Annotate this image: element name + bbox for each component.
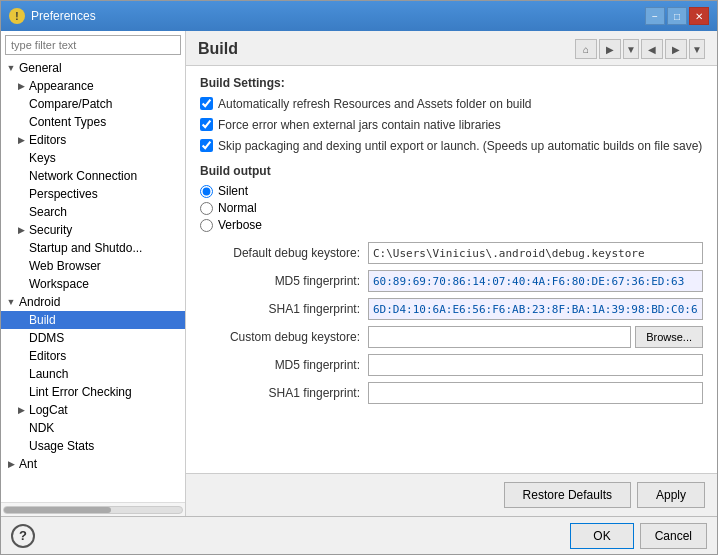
- custom-keystore-with-browse: Browse...: [368, 326, 703, 348]
- tree-item-web-browser[interactable]: Web Browser: [1, 257, 185, 275]
- build-output-section: Build output: [200, 164, 703, 178]
- expand-security: [15, 224, 27, 236]
- nav-back-button[interactable]: ◀: [641, 39, 663, 59]
- main-header: Build ⌂ ▶ ▼ ◀ ▶ ▼: [186, 31, 717, 66]
- tree-item-ant[interactable]: Ant: [1, 455, 185, 473]
- panel-title: Build: [198, 40, 238, 58]
- tree-area: General Appearance Compare/Patch Content…: [1, 59, 185, 502]
- checkbox-force-error[interactable]: [200, 118, 213, 131]
- radio-silent[interactable]: [200, 185, 213, 198]
- tree-item-launch[interactable]: Launch: [1, 365, 185, 383]
- radio-row-normal: Normal: [200, 201, 703, 215]
- bottom-bar: ? OK Cancel: [1, 516, 717, 554]
- label-custom-keystore: Custom debug keystore:: [200, 330, 360, 344]
- maximize-button[interactable]: □: [667, 7, 687, 25]
- main-content: Build Settings: Automatically refresh Re…: [186, 66, 717, 473]
- checkbox-force-error-label: Force error when external jars contain n…: [218, 117, 501, 134]
- tree-item-usage-stats[interactable]: Usage Stats: [1, 437, 185, 455]
- radio-normal-label: Normal: [218, 201, 257, 215]
- label-default-keystore: Default debug keystore:: [200, 246, 360, 260]
- filter-input[interactable]: [5, 35, 181, 55]
- close-button[interactable]: ✕: [689, 7, 709, 25]
- tree-item-workspace[interactable]: Workspace: [1, 275, 185, 293]
- tree-item-startup[interactable]: Startup and Shutdo...: [1, 239, 185, 257]
- expand-appearance: [15, 80, 27, 92]
- tree-item-logcat[interactable]: LogCat: [1, 401, 185, 419]
- apply-button[interactable]: Apply: [637, 482, 705, 508]
- checkbox-row-auto-refresh: Automatically refresh Resources and Asse…: [200, 96, 703, 113]
- tree-item-build[interactable]: Build: [1, 311, 185, 329]
- input-default-keystore[interactable]: [368, 242, 703, 264]
- window-title: Preferences: [31, 9, 96, 23]
- radio-row-verbose: Verbose: [200, 218, 703, 232]
- scrollbar-track: [3, 506, 183, 514]
- form-row-md5: MD5 fingerprint:: [200, 270, 703, 292]
- nav-next-button[interactable]: ▶: [665, 39, 687, 59]
- title-bar-left: ! Preferences: [9, 8, 96, 24]
- help-button[interactable]: ?: [11, 524, 35, 548]
- expand-logcat: [15, 404, 27, 416]
- input-md5-custom: [368, 354, 703, 376]
- form-row-sha1: SHA1 fingerprint:: [200, 298, 703, 320]
- main-panel: Build ⌂ ▶ ▼ ◀ ▶ ▼ Build Settings: Automa…: [186, 31, 717, 516]
- input-md5: [368, 270, 703, 292]
- label-md5-custom: MD5 fingerprint:: [200, 358, 360, 372]
- input-custom-keystore[interactable]: [368, 326, 631, 348]
- tree-item-editors-android[interactable]: Editors: [1, 347, 185, 365]
- form-row-sha1-custom: SHA1 fingerprint:: [200, 382, 703, 404]
- cancel-button[interactable]: Cancel: [640, 523, 707, 549]
- restore-defaults-button[interactable]: Restore Defaults: [504, 482, 631, 508]
- nav-home-button[interactable]: ⌂: [575, 39, 597, 59]
- checkbox-auto-refresh-label: Automatically refresh Resources and Asse…: [218, 96, 532, 113]
- browse-button[interactable]: Browse...: [635, 326, 703, 348]
- checkbox-skip-packaging[interactable]: [200, 139, 213, 152]
- tree-item-appearance[interactable]: Appearance: [1, 77, 185, 95]
- form-row-custom-keystore: Custom debug keystore: Browse...: [200, 326, 703, 348]
- radio-silent-label: Silent: [218, 184, 248, 198]
- tree-item-ddms[interactable]: DDMS: [1, 329, 185, 347]
- nav-dropdown-button[interactable]: ▼: [623, 39, 639, 59]
- tree-item-keys[interactable]: Keys: [1, 149, 185, 167]
- tree-item-content-types[interactable]: Content Types: [1, 113, 185, 131]
- label-md5: MD5 fingerprint:: [200, 274, 360, 288]
- expand-ant: [5, 458, 17, 470]
- content-area: General Appearance Compare/Patch Content…: [1, 31, 717, 516]
- tree-item-search[interactable]: Search: [1, 203, 185, 221]
- expand-android: [5, 296, 17, 308]
- ok-button[interactable]: OK: [570, 523, 633, 549]
- form-row-md5-custom: MD5 fingerprint:: [200, 354, 703, 376]
- tree-item-security[interactable]: Security: [1, 221, 185, 239]
- scrollbar-thumb: [4, 507, 111, 513]
- input-sha1: [368, 298, 703, 320]
- minimize-button[interactable]: −: [645, 7, 665, 25]
- tree-item-ndk[interactable]: NDK: [1, 419, 185, 437]
- sidebar: General Appearance Compare/Patch Content…: [1, 31, 186, 516]
- input-sha1-custom: [368, 382, 703, 404]
- build-settings-label: Build Settings:: [200, 76, 703, 90]
- checkbox-row-skip-packaging: Skip packaging and dexing until export o…: [200, 138, 703, 155]
- nav-next-dropdown-button[interactable]: ▼: [689, 39, 705, 59]
- tree-item-network[interactable]: Network Connection: [1, 167, 185, 185]
- checkbox-auto-refresh[interactable]: [200, 97, 213, 110]
- checkbox-row-force-error: Force error when external jars contain n…: [200, 117, 703, 134]
- expand-editors: [15, 134, 27, 146]
- tree-item-perspectives[interactable]: Perspectives: [1, 185, 185, 203]
- radio-verbose[interactable]: [200, 219, 213, 232]
- tree-item-general[interactable]: General: [1, 59, 185, 77]
- nav-buttons: ⌂ ▶ ▼ ◀ ▶ ▼: [575, 39, 705, 59]
- form-row-default-keystore: Default debug keystore:: [200, 242, 703, 264]
- bottom-right-buttons: OK Cancel: [570, 523, 707, 549]
- keystore-fields: Default debug keystore: MD5 fingerprint:…: [200, 242, 703, 404]
- tree-item-compare-patch[interactable]: Compare/Patch: [1, 95, 185, 113]
- action-bar: Restore Defaults Apply: [186, 473, 717, 516]
- tree-item-lint[interactable]: Lint Error Checking: [1, 383, 185, 401]
- window-controls: − □ ✕: [645, 7, 709, 25]
- title-bar: ! Preferences − □ ✕: [1, 1, 717, 31]
- tree-item-editors[interactable]: Editors: [1, 131, 185, 149]
- label-sha1: SHA1 fingerprint:: [200, 302, 360, 316]
- horizontal-scrollbar[interactable]: [1, 502, 185, 516]
- radio-row-silent: Silent: [200, 184, 703, 198]
- tree-item-android[interactable]: Android: [1, 293, 185, 311]
- nav-forward-button[interactable]: ▶: [599, 39, 621, 59]
- radio-normal[interactable]: [200, 202, 213, 215]
